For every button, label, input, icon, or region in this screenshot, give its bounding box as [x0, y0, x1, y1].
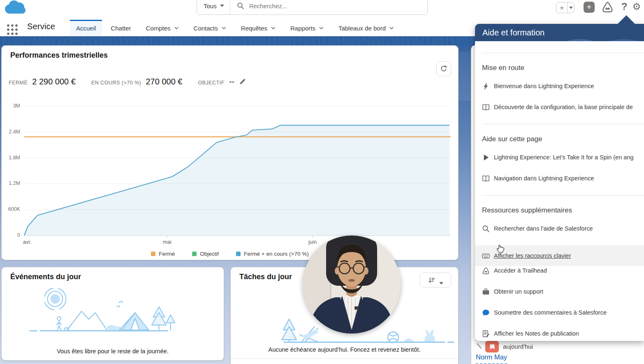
x-axis-label: mai: [163, 239, 171, 245]
play-icon: [482, 154, 490, 161]
chevron-down-icon[interactable]: [271, 27, 276, 30]
metric-value: --: [229, 77, 234, 86]
search-scope-selector[interactable]: Tous: [197, 0, 230, 14]
quarterly-performance-card: Performances trimestrielles FERMÉ 2 290 …: [1, 45, 459, 260]
y-axis-label: 0: [17, 232, 20, 238]
help-item[interactable]: Obtenir un support: [482, 287, 644, 296]
chart-x-axis: avr.maijuin: [24, 239, 451, 246]
metric-label: OBJECTIF: [198, 80, 224, 86]
chevron-down-icon[interactable]: [174, 27, 179, 30]
help-item-label: Bienvenue dans Lightning Experience: [494, 83, 594, 89]
help-item[interactable]: Accéder à Trailhead: [482, 266, 644, 275]
help-button[interactable]: ?: [619, 0, 629, 13]
help-item-label: Afficher les raccourcis clavier: [494, 252, 571, 259]
performance-metrics: FERMÉ 2 290 000 € EN COURS (>70 %) 270 0…: [9, 77, 246, 86]
partial-glyph-icon: [476, 343, 482, 349]
nav-tab[interactable]: Requêtes: [235, 20, 282, 36]
help-item[interactable]: Afficher les Notes de publication: [482, 329, 644, 338]
section-divider: [482, 53, 644, 53]
help-item[interactable]: Soumettre des commentaires à Salesforce: [482, 308, 644, 317]
pencil-icon[interactable]: [239, 78, 246, 85]
caret-down-icon: [220, 5, 224, 7]
chevron-down-icon[interactable]: [319, 27, 324, 30]
app-launcher-icon[interactable]: [6, 23, 18, 35]
y-axis-label: 1.8M: [9, 155, 20, 161]
help-item[interactable]: Découverte de la configuration, la base …: [482, 103, 644, 111]
assistant-contact-link[interactable]: Norm May: [476, 353, 507, 364]
help-section: Ressources supplémentaires Rechercher da…: [482, 195, 644, 338]
quarterly-performance-chart: [24, 106, 451, 238]
nav-tab-label: Comptes: [146, 25, 171, 32]
refresh-button[interactable]: [436, 61, 451, 76]
card-title: Tâches du jour: [239, 273, 292, 281]
favorite-star-button[interactable]: ★: [556, 2, 567, 13]
help-panel-pointer: [618, 15, 635, 24]
metric-value: 2 290 000 €: [32, 77, 76, 86]
y-axis-label: 3M: [13, 103, 20, 109]
presenter-person: [303, 236, 401, 334]
sort-tasks-button[interactable]: [420, 273, 451, 287]
y-axis-label: 2.4M: [9, 129, 20, 135]
nav-tab-label: Contacts: [194, 25, 218, 32]
guidance-center-button[interactable]: [602, 1, 614, 13]
legend-swatch: [151, 252, 155, 256]
legend-label: Fermé: [159, 251, 175, 257]
setup-gear-button[interactable]: ⚙: [631, 0, 642, 13]
notes-icon: [482, 330, 490, 338]
help-item[interactable]: Bienvenue dans Lightning Experience: [482, 82, 644, 90]
metric: OBJECTIF --: [198, 77, 246, 86]
nav-tab[interactable]: Accueil: [70, 20, 102, 36]
salesforce-logo: [3, 0, 26, 16]
legend-item[interactable]: Fermé: [151, 251, 175, 257]
y-axis-label: 600K: [8, 206, 20, 212]
help-item-label: Afficher les Notes de publication: [494, 330, 579, 337]
search-input[interactable]: [249, 2, 405, 9]
help-item-label: Découverte de la configuration, la base …: [494, 104, 633, 110]
search-icon: [237, 2, 244, 9]
nav-tab[interactable]: Tableaux de bord: [332, 20, 400, 36]
tasks-empty-text: Aucune échéance aujourd’hui. Foncez et r…: [231, 346, 458, 353]
nav-tab[interactable]: Rapports: [284, 20, 330, 36]
y-axis-label: 1.2M: [9, 180, 20, 186]
webcam-video-overlay[interactable]: [303, 236, 401, 334]
help-item[interactable]: Lightning Experience: Let's Take It for …: [482, 153, 644, 161]
camping-illustration: [24, 284, 176, 338]
x-axis-label: juin: [308, 239, 317, 245]
x-axis-label: avr.: [23, 239, 32, 245]
nav-tab[interactable]: Chatter: [104, 20, 137, 36]
events-card: Événements du jour Vous êtes libre pour …: [1, 267, 224, 361]
nav-tab-label: Rapports: [290, 25, 315, 32]
metric: FERMÉ 2 290 000 €: [9, 77, 76, 86]
book-icon: [482, 103, 490, 111]
keyboard-icon: [482, 252, 490, 260]
nav-tab-label: Tableaux de bord: [338, 25, 386, 32]
metric-label: EN COURS (>70 %): [91, 80, 141, 86]
caret-down-icon: [439, 279, 443, 281]
search-scope-label: Tous: [204, 2, 217, 9]
help-item[interactable]: Rechercher dans l'aide de Salesforce: [482, 224, 644, 233]
help-item-label: Accéder à Trailhead: [494, 267, 547, 274]
legend-item[interactable]: Objectif: [192, 251, 219, 257]
book-icon: [482, 175, 490, 182]
nav-tab-bar: Accueil Chatter Comptes Contacts Requête…: [70, 20, 400, 36]
global-actions-button[interactable]: +: [584, 2, 595, 13]
trailhead-icon: [482, 267, 490, 275]
help-item-label: Obtenir un support: [494, 288, 543, 295]
nav-tab-label: Requêtes: [241, 25, 267, 32]
help-item-label: Navigation dans Lightning Experience: [494, 175, 594, 182]
nav-tab[interactable]: Contacts: [188, 20, 232, 36]
help-section-heading: Aide sur cette page: [482, 135, 644, 143]
search-icon: [482, 225, 490, 233]
help-item[interactable]: Navigation dans Lightning Experience: [482, 174, 644, 182]
favorites-dropdown-button[interactable]: [567, 2, 574, 13]
legend-swatch: [192, 252, 197, 256]
chevron-down-icon[interactable]: [222, 27, 226, 30]
chevron-down-icon[interactable]: [389, 27, 394, 30]
assistant-timestamp: aujourd'hui: [503, 343, 533, 350]
legend-label: Fermé + en cours (>70 %): [244, 251, 309, 257]
favorites-button-group: ★: [556, 2, 575, 13]
help-section-heading: Ressources supplémentaires: [482, 206, 644, 215]
nav-tab[interactable]: Comptes: [140, 20, 185, 36]
legend-item[interactable]: Fermé + en cours (>70 %): [236, 251, 309, 257]
metric: EN COURS (>70 %) 270 000 €: [91, 77, 183, 86]
